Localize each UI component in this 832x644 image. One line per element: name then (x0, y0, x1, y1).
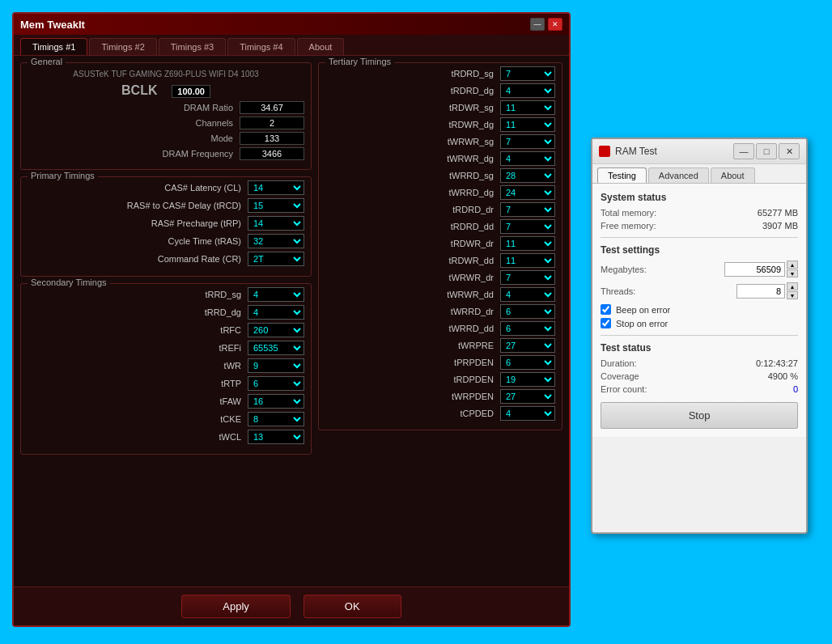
trdwr-dg-select[interactable]: 11 (500, 117, 555, 132)
trdrd-sg-select[interactable]: 7 (500, 66, 555, 81)
dram-freq-value: 3466 (240, 147, 304, 160)
main-title-bar: Mem TweakIt — ✕ (14, 14, 569, 35)
cr-select[interactable]: 2T (248, 252, 304, 266)
general-group: General ASUSTeK TUF GAMING Z690-PLUS WIF… (20, 62, 312, 170)
primary-timings-group: Primary Timings CAS# Latency (CL) 14 RAS… (20, 176, 312, 277)
trfc-label: tRFC (28, 325, 248, 335)
twrrd-dr-select[interactable]: 6 (500, 304, 555, 319)
trdrd-dr-select[interactable]: 7 (500, 202, 555, 217)
stop-button[interactable]: Stop (601, 402, 798, 429)
threads-up-button[interactable]: ▲ (787, 282, 798, 290)
trtp-label: tRTP (28, 379, 248, 388)
tcpded-select[interactable]: 4 (500, 406, 555, 421)
trdrd-dd-select[interactable]: 7 (500, 219, 555, 234)
twrrd-dd-select[interactable]: 6 (500, 321, 555, 336)
sec-trrd-sg: tRRD_sg 4 (28, 287, 304, 302)
ram-tab-about[interactable]: About (711, 167, 755, 183)
apply-button[interactable]: Apply (181, 595, 291, 618)
trefi-select[interactable]: 65535 (248, 341, 304, 355)
secondary-timings-group: Secondary Timings tRRD_sg 4 tRRD_dg 4 tR… (20, 283, 312, 455)
trtp-select[interactable]: 6 (248, 376, 304, 391)
tab-timings4[interactable]: Timings #4 (227, 38, 295, 55)
main-window-controls: — ✕ (530, 18, 562, 31)
test-status-title: Test status (601, 342, 798, 354)
duration-value: 0:12:43:27 (756, 358, 798, 368)
tab-timings3[interactable]: Timings #3 (159, 38, 226, 55)
tprpden-select[interactable]: 6 (500, 355, 555, 370)
ram-tab-testing[interactable]: Testing (597, 167, 647, 183)
twrrd-sg-select[interactable]: 28 (500, 168, 555, 183)
error-count-value: 0 (793, 384, 798, 394)
sec-twr: tWR 9 (28, 358, 304, 373)
dram-freq-row: DRAM Frequency 3466 (28, 147, 304, 160)
trt-twrwr-dr: tWRWR_dr 7 (325, 270, 555, 285)
trt-tprpden: tPRPDEN 6 (325, 355, 555, 370)
test-settings-title: Test settings (601, 244, 798, 256)
tfaw-select[interactable]: 16 (248, 394, 304, 409)
trdwr-dr-select[interactable]: 11 (500, 236, 555, 251)
bottom-bar: Apply OK (14, 587, 569, 625)
twrrd-dg-select[interactable]: 24 (500, 185, 555, 200)
tab-timings2[interactable]: Timings #2 (89, 38, 156, 55)
ram-window-icon (599, 146, 610, 157)
twrwr-dg-select[interactable]: 4 (500, 151, 555, 166)
twr-select[interactable]: 9 (248, 358, 304, 373)
megabytes-down-button[interactable]: ▼ (787, 269, 798, 278)
trp-select[interactable]: 14 (248, 216, 304, 231)
trt-twrrd-sg: tWRRD_sg 28 (325, 168, 555, 183)
trdwr-sg-select[interactable]: 11 (500, 100, 555, 115)
trefi-label: tREFi (28, 343, 248, 353)
trdrd-dg-select[interactable]: 4 (500, 83, 555, 98)
trdwr-dd-select[interactable]: 11 (500, 253, 555, 268)
main-content: General ASUSTeK TUF GAMING Z690-PLUS WIF… (14, 56, 569, 468)
tab-timings1[interactable]: Timings #1 (20, 38, 87, 55)
ram-minimize-button[interactable]: — (733, 143, 754, 159)
minimize-button[interactable]: — (530, 18, 545, 31)
stop-on-error-checkbox[interactable] (601, 318, 611, 328)
megabytes-spinner: ▲ ▼ (724, 261, 798, 278)
trp-label: RAS# Precharge (tRP) (28, 218, 248, 228)
coverage-label: Coverage (601, 371, 639, 381)
ram-tab-advanced[interactable]: Advanced (648, 167, 709, 183)
trt-twrpden: tWRPDEN 27 (325, 389, 555, 404)
threads-down-button[interactable]: ▼ (787, 291, 798, 299)
main-window: Mem TweakIt — ✕ Timings #1 Timings #2 Ti… (12, 12, 571, 627)
trrd-sg-label: tRRD_sg (28, 290, 248, 299)
trt-twrwr-sg: tWRWR_sg 7 (325, 134, 555, 149)
tras-label: Cycle Time (tRAS) (28, 236, 248, 246)
twrwr-dr-select[interactable]: 7 (500, 270, 555, 285)
ram-close-button[interactable]: ✕ (779, 143, 800, 159)
twrpre-select[interactable]: 27 (500, 338, 555, 353)
dram-ratio-value: 34.67 (240, 101, 304, 114)
threads-spin-buttons: ▲ ▼ (787, 282, 798, 299)
ram-content: System status Total memory: 65277 MB Fre… (592, 183, 806, 437)
trrd-sg-select[interactable]: 4 (248, 287, 304, 302)
sec-twcl: tWCL 13 (28, 430, 304, 444)
close-button[interactable]: ✕ (548, 18, 562, 31)
ram-maximize-button[interactable]: □ (756, 143, 777, 159)
dram-ratio-row: DRAM Ratio 34.67 (28, 101, 304, 114)
twrwr-sg-select[interactable]: 7 (500, 134, 555, 149)
tcke-label: tCKE (28, 414, 248, 424)
trrd-dg-select[interactable]: 4 (248, 305, 304, 320)
megabytes-input[interactable] (724, 262, 785, 277)
secondary-timings-label: Secondary Timings (28, 278, 110, 287)
channels-value: 2 (240, 117, 304, 129)
twrpden-select[interactable]: 27 (500, 389, 555, 404)
tcke-select[interactable]: 8 (248, 412, 304, 426)
tras-select[interactable]: 32 (248, 234, 304, 248)
tab-about[interactable]: About (297, 38, 345, 55)
main-tab-bar: Timings #1 Timings #2 Timings #3 Timings… (14, 35, 569, 56)
trt-twrwr-dg: tWRWR_dg 4 (325, 151, 555, 166)
twrwr-dd-select[interactable]: 4 (500, 287, 555, 302)
threads-input[interactable] (736, 284, 785, 299)
twcl-select[interactable]: 13 (248, 430, 304, 444)
beep-on-error-checkbox[interactable] (601, 304, 611, 315)
trfc-select[interactable]: 260 (248, 323, 304, 337)
trdpden-select[interactable]: 19 (500, 372, 555, 387)
ok-button[interactable]: OK (304, 595, 401, 618)
cl-select[interactable]: 14 (248, 180, 304, 195)
megabytes-up-button[interactable]: ▲ (787, 261, 798, 269)
threads-label: Threads: (601, 286, 635, 296)
trcd-select[interactable]: 15 (248, 198, 304, 213)
